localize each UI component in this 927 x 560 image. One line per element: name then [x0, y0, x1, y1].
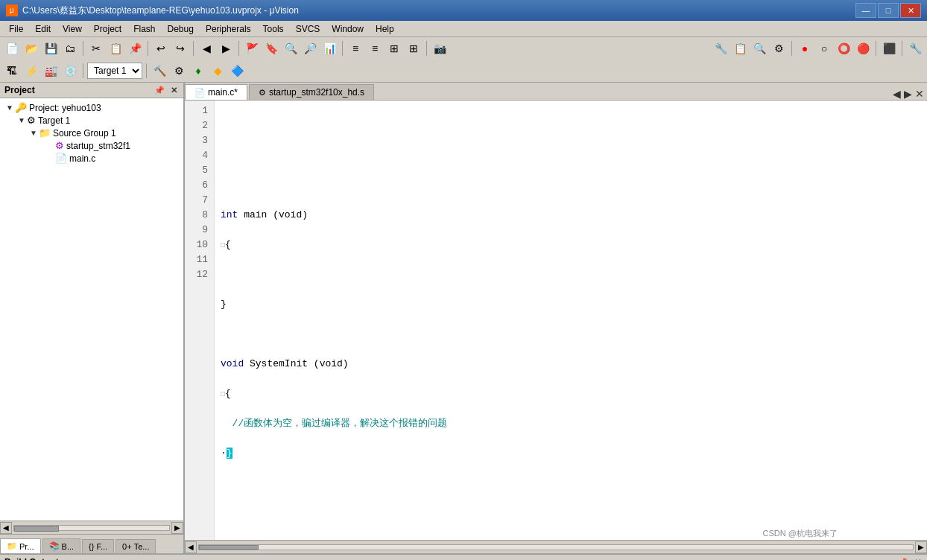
tb-new[interactable]: 📄: [3, 40, 21, 57]
tb2-b5[interactable]: 🔨: [151, 63, 168, 79]
tb-open[interactable]: 📂: [22, 40, 40, 57]
folder-icon: 📁: [39, 127, 51, 139]
tb-r3[interactable]: 🔍: [750, 40, 768, 57]
panel-tab-templ[interactable]: 0+ Te...: [116, 539, 156, 553]
tb-b3[interactable]: 🔍: [282, 40, 300, 57]
tb2-b2[interactable]: ⚡: [22, 63, 40, 79]
panel-tab-project[interactable]: 📁 Pr...: [0, 538, 41, 553]
panel-tab-books[interactable]: 📚 B...: [42, 538, 81, 553]
tb-b8[interactable]: ⊞: [385, 40, 403, 57]
editor-tab-startup[interactable]: ⚙ startup_stm32f10x_hd.s: [249, 84, 374, 100]
tb2-b8[interactable]: ◆: [209, 63, 227, 79]
build-pin-btn[interactable]: 📌: [896, 558, 910, 561]
editor-hscroll-track: [198, 544, 914, 550]
tb-forward[interactable]: ▶: [217, 40, 235, 57]
menu-flash[interactable]: Flash: [127, 22, 161, 36]
tb-b7[interactable]: ≡: [366, 40, 384, 57]
tab-startup-icon: ⚙: [259, 88, 266, 98]
code-content[interactable]: int main (void) □{ } void SystemInit (vo…: [215, 101, 927, 540]
tb2-b3[interactable]: 🏭: [42, 63, 60, 79]
tb-cut[interactable]: ✂: [87, 40, 105, 57]
target-icon: ⚙: [27, 115, 36, 126]
tb-r7[interactable]: ⭕: [835, 40, 852, 57]
tb-r10[interactable]: 🔧: [906, 40, 924, 57]
line-numbers: 1 2 3 4 5 6 7 8 9 10 11 12: [185, 101, 215, 540]
sep6: [426, 41, 427, 56]
tb-back[interactable]: ◀: [197, 40, 215, 57]
tb2-b6[interactable]: ⚙: [170, 63, 188, 79]
tb-r6[interactable]: ○: [815, 40, 833, 57]
tb-b10[interactable]: 📷: [431, 40, 449, 57]
tb-b4[interactable]: 🔎: [301, 40, 319, 57]
tb-r1[interactable]: 🔧: [712, 40, 730, 57]
editor-hscroll-right[interactable]: ▶: [915, 541, 927, 553]
tb-b5[interactable]: 📊: [320, 40, 338, 57]
title-text: C:\Users\蔡益东\Desktop\teamplane-REG\yehuo…: [22, 4, 299, 17]
build-close-btn[interactable]: ✕: [913, 558, 923, 561]
editor-hscroll-thumb[interactable]: [199, 545, 259, 550]
code-line-1: [221, 118, 921, 133]
tb-r4[interactable]: ⚙: [770, 40, 788, 57]
root-toggle[interactable]: ▼: [6, 104, 13, 112]
maximize-button[interactable]: □: [878, 3, 899, 18]
tab-nav-right[interactable]: ▶: [904, 88, 912, 100]
editor-hscroll-left[interactable]: ◀: [185, 541, 197, 553]
tb-save[interactable]: 💾: [42, 40, 60, 57]
code-line-8: [221, 327, 921, 342]
target-toggle[interactable]: ▼: [18, 116, 25, 124]
menu-peripherals[interactable]: Peripherals: [200, 22, 257, 36]
menu-window[interactable]: Window: [326, 22, 370, 36]
tb2-b7[interactable]: ♦: [189, 63, 207, 79]
tb-r5[interactable]: ●: [796, 40, 814, 57]
tree-source-group[interactable]: ▼ 📁 Source Group 1: [0, 127, 183, 139]
sep8: [876, 41, 876, 56]
tab-nav-left[interactable]: ◀: [893, 88, 901, 100]
panel-close-btn[interactable]: ✕: [169, 86, 179, 95]
tb-b9[interactable]: ⊞: [405, 40, 423, 57]
menu-help[interactable]: Help: [370, 22, 400, 36]
menu-view[interactable]: View: [57, 22, 88, 36]
tab-close-btn[interactable]: ✕: [915, 88, 924, 100]
tb-b2[interactable]: 🔖: [262, 40, 280, 57]
tb2-b4[interactable]: 💿: [61, 63, 79, 79]
group-toggle[interactable]: ▼: [30, 129, 37, 137]
tree-root[interactable]: ▼ 🔑 Project: yehuo103: [0, 101, 183, 114]
editor-hscroll: ◀ ▶: [185, 540, 927, 553]
minimize-button[interactable]: —: [855, 3, 876, 18]
menu-edit[interactable]: Edit: [29, 22, 57, 36]
hscroll-left[interactable]: ◀: [0, 522, 12, 534]
menu-file[interactable]: File: [3, 22, 29, 36]
target-select[interactable]: Target 1: [87, 63, 142, 79]
tb-r8[interactable]: 🔴: [854, 40, 872, 57]
panel-pin-btn[interactable]: 📌: [153, 86, 166, 95]
tb-paste[interactable]: 📌: [126, 40, 144, 57]
tb-undo[interactable]: ↩: [152, 40, 170, 57]
tb-b1[interactable]: 🚩: [243, 40, 261, 57]
panel-tab-func[interactable]: {} F...: [82, 539, 114, 553]
menu-project[interactable]: Project: [88, 22, 127, 36]
code-line-7: }: [221, 297, 921, 312]
close-button[interactable]: ✕: [900, 3, 921, 18]
tb2-b1[interactable]: 🏗: [3, 63, 21, 79]
code-line-2: [221, 148, 921, 163]
tree-file-startup[interactable]: ▶ ⚙ startup_stm32f1: [0, 139, 183, 152]
tree-file-main[interactable]: ▶ 📄 main.c: [0, 152, 183, 165]
tree-target[interactable]: ▼ ⚙ Target 1: [0, 114, 183, 127]
tb2-b9[interactable]: 🔷: [228, 63, 246, 79]
code-line-5: □{: [221, 238, 921, 252]
tb-redo[interactable]: ↪: [171, 40, 189, 57]
menu-debug[interactable]: Debug: [162, 22, 200, 36]
tb-save-all[interactable]: 🗂: [61, 40, 79, 57]
main-layout: Project 📌 ✕ ▼ 🔑 Project: yehuo103 ▼ ⚙ Ta…: [0, 83, 927, 553]
tb-b6[interactable]: ≡: [347, 40, 364, 57]
tb-r9[interactable]: ⬛: [880, 40, 898, 57]
tb-copy[interactable]: 📋: [107, 40, 124, 57]
menu-tools[interactable]: Tools: [257, 22, 290, 36]
menu-svcs[interactable]: SVCS: [290, 22, 326, 36]
editor-tab-main[interactable]: 📄 main.c*: [185, 84, 247, 100]
startup-label: startup_stm32f1: [66, 141, 130, 151]
tb-r2[interactable]: 📋: [731, 40, 749, 57]
app-icon: μ: [6, 4, 18, 16]
hscroll-right[interactable]: ▶: [171, 522, 183, 534]
hscroll-thumb[interactable]: [14, 526, 59, 532]
